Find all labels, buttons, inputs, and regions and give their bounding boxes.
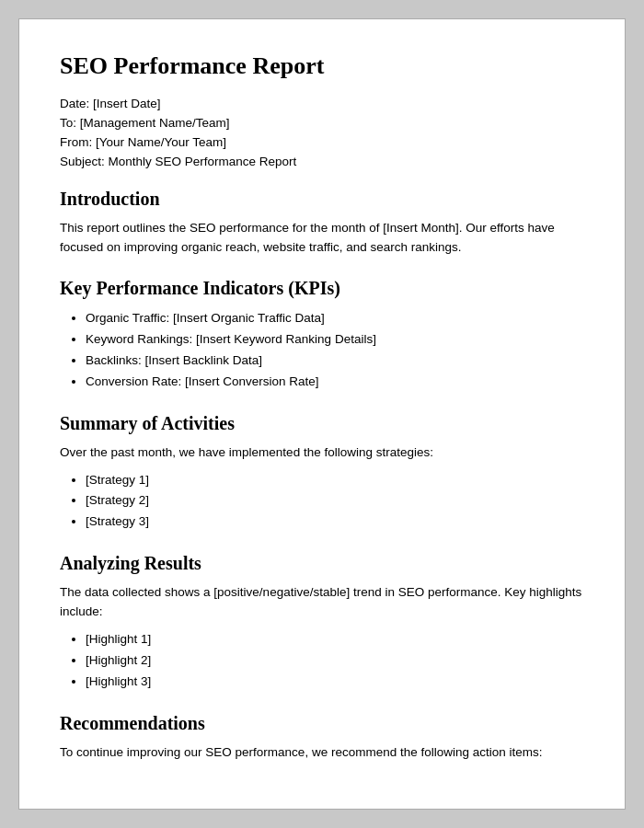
section-heading-introduction: Introduction [60,189,584,210]
list-item: Backlinks: [Insert Backlink Data] [86,351,584,372]
section-heading-summary: Summary of Activities [60,413,584,434]
list-item: [Highlight 3] [86,672,584,693]
introduction-paragraph: This report outlines the SEO performance… [60,219,584,258]
list-item: [Strategy 3] [86,512,584,533]
kpi-list: Organic Traffic: [Insert Organic Traffic… [86,308,584,393]
analyzing-paragraph: The data collected shows a [positive/neg… [60,583,584,622]
meta-subject: Subject: Monthly SEO Performance Report [60,155,584,168]
list-item: Organic Traffic: [Insert Organic Traffic… [86,308,584,329]
list-item: [Highlight 1] [86,629,584,650]
list-item: Keyword Rankings: [Insert Keyword Rankin… [86,329,584,351]
page-container: SEO Performance Report Date: [Insert Dat… [18,18,626,810]
list-item: [Strategy 2] [86,490,584,512]
analyzing-list: [Highlight 1] [Highlight 2] [Highlight 3… [86,629,584,693]
summary-paragraph: Over the past month, we have implemented… [60,443,584,463]
summary-list: [Strategy 1] [Strategy 2] [Strategy 3] [86,470,584,534]
list-item: Conversion Rate: [Insert Conversion Rate… [86,372,584,393]
section-heading-kpis: Key Performance Indicators (KPIs) [60,278,584,299]
list-item: [Highlight 2] [86,650,584,672]
meta-to: To: [Management Name/Team] [60,116,584,130]
recommendations-paragraph: To continue improving our SEO performanc… [60,743,584,763]
section-heading-analyzing: Analyzing Results [60,553,584,574]
meta-date: Date: [Insert Date] [60,97,584,110]
meta-from: From: [Your Name/Your Team] [60,135,584,149]
list-item: [Strategy 1] [86,470,584,491]
section-heading-recommendations: Recommendations [60,713,584,734]
report-title: SEO Performance Report [60,52,584,80]
